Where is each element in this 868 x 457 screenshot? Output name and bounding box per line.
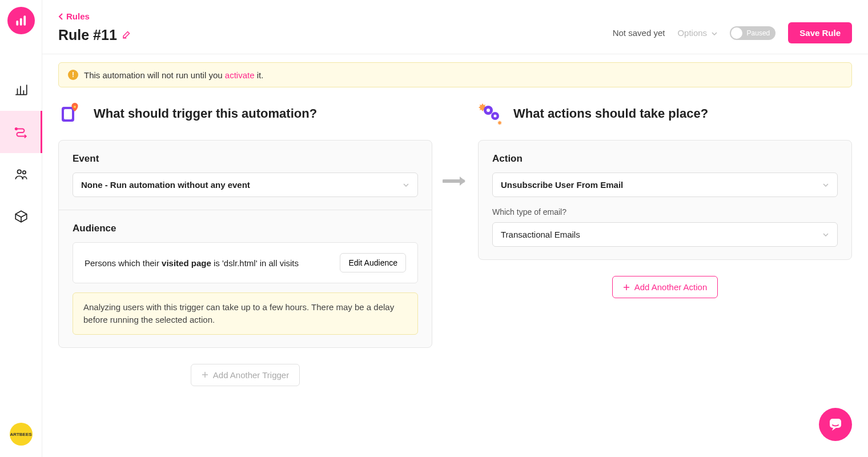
add-trigger-label: Add Another Trigger (213, 370, 289, 380)
flow-icon (14, 125, 29, 139)
add-action-button[interactable]: Add Another Action (612, 276, 718, 298)
toggle-knob (731, 27, 742, 39)
nav-automations[interactable] (0, 111, 42, 153)
warning-icon: ! (68, 70, 78, 80)
svg-point-5 (22, 171, 25, 174)
activate-link[interactable]: activate (225, 70, 255, 80)
svg-point-10 (487, 109, 490, 112)
page-header: Rules Rule #11 Not saved yet Options (42, 0, 868, 54)
delay-note: Analyzing users with this trigger can ta… (73, 292, 418, 335)
activation-warning: ! This automation will not run until you… (58, 62, 852, 87)
email-type-select[interactable]: Transactional Emails (492, 222, 838, 247)
bar-chart-icon (14, 82, 29, 97)
pencil-icon (122, 29, 132, 39)
svg-point-8 (74, 106, 76, 108)
avatar-label: ARTBEES (10, 432, 31, 437)
event-select[interactable]: None - Run automation without any event (73, 173, 418, 197)
nav-people[interactable] (0, 153, 42, 195)
svg-point-4 (17, 170, 21, 174)
nav-analytics[interactable] (0, 69, 42, 111)
svg-rect-2 (23, 15, 26, 25)
email-type-label: Which type of email? (492, 207, 838, 217)
trigger-card: Event None - Run automation without any … (58, 140, 432, 348)
event-label: Event (73, 153, 418, 165)
breadcrumb-label: Rules (66, 11, 90, 21)
save-button[interactable]: Save Rule (788, 22, 852, 43)
action-card: Action Unsubscribe User From Email Which… (478, 140, 852, 260)
audience-label: Audience (73, 223, 418, 234)
options-label: Options (677, 28, 707, 38)
action-value: Unsubscribe User From Email (501, 180, 623, 190)
trigger-heading: What should trigger this automation? (94, 106, 317, 121)
action-section-icon (478, 100, 503, 127)
svg-rect-0 (16, 21, 18, 26)
chevron-left-icon (58, 13, 64, 20)
svg-rect-13 (830, 419, 841, 428)
audience-description: Persons which their visited page is 'dsl… (85, 258, 299, 268)
chevron-down-icon (822, 182, 829, 188)
chevron-down-icon (712, 31, 717, 36)
nav-product[interactable] (0, 195, 42, 238)
app-logo[interactable] (7, 7, 35, 34)
svg-point-12 (494, 115, 497, 118)
intercom-launcher[interactable] (819, 408, 852, 441)
event-value: None - Run automation without any event (81, 180, 250, 190)
add-action-label: Add Another Action (634, 282, 708, 292)
chevron-down-icon (822, 232, 829, 238)
email-type-value: Transactional Emails (501, 230, 580, 239)
warning-suffix: it. (255, 70, 264, 80)
breadcrumb-back[interactable]: Rules (58, 11, 90, 21)
page-title: Rule #11 (58, 27, 117, 43)
save-status: Not saved yet (613, 28, 665, 38)
box-icon (14, 209, 29, 224)
add-trigger-button: Add Another Trigger (191, 364, 300, 386)
arrow-right-icon (443, 174, 468, 188)
trigger-section-icon (58, 100, 83, 127)
toggle-label: Paused (747, 29, 770, 37)
action-heading: What actions should take place? (513, 106, 708, 121)
warning-prefix: This automation will not run until you (84, 70, 225, 80)
plus-icon (623, 284, 630, 291)
status-toggle[interactable]: Paused (730, 26, 775, 40)
chat-icon (827, 416, 843, 432)
options-menu[interactable]: Options (677, 28, 717, 38)
audience-box: Persons which their visited page is 'dsl… (73, 242, 418, 283)
edit-audience-button[interactable]: Edit Audience (340, 253, 406, 272)
sidebar: ARTBEES (0, 0, 42, 457)
edit-title-button[interactable] (122, 29, 132, 42)
action-select[interactable]: Unsubscribe User From Email (492, 173, 838, 197)
people-icon (14, 167, 29, 182)
plus-icon (202, 371, 208, 378)
svg-rect-1 (19, 18, 22, 26)
user-avatar[interactable]: ARTBEES (10, 423, 33, 446)
action-label: Action (492, 153, 838, 165)
svg-rect-7 (64, 109, 72, 119)
logo-chart-icon (14, 13, 29, 28)
svg-point-3 (15, 128, 17, 130)
chevron-down-icon (403, 182, 409, 188)
